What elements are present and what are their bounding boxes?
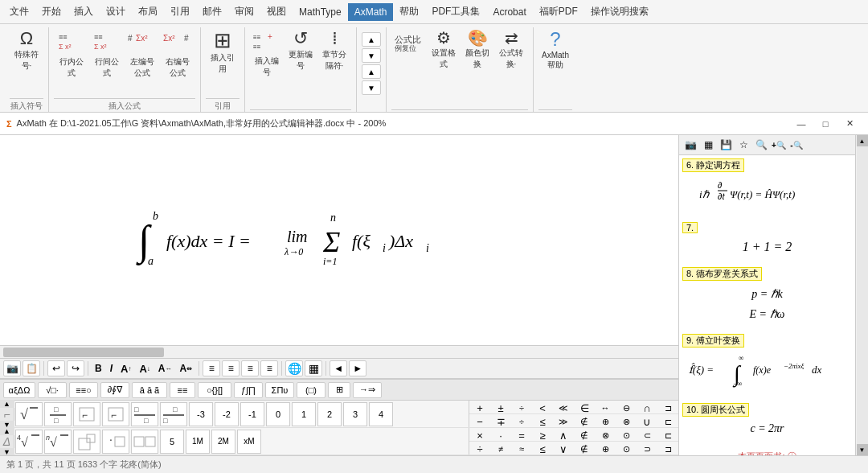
align-left-btn[interactable]: ≡ — [203, 360, 220, 376]
font-stretch-btn[interactable]: A↔ — [155, 360, 175, 376]
sqrt-btn[interactable]: √ — [15, 402, 43, 426]
num2[interactable]: 2 — [317, 402, 342, 426]
sqsupset2-sym[interactable]: ⊐ — [658, 442, 678, 455]
rp-star-btn[interactable]: ☆ — [735, 137, 751, 153]
leq-sym[interactable]: ≤ — [533, 415, 552, 428]
scroll-up-btn[interactable]: ▲ — [857, 135, 868, 146]
rp-save-btn[interactable]: 💾 — [718, 137, 734, 153]
leq2-sym[interactable]: ≤ — [533, 442, 552, 455]
template-frac3[interactable]: □□ — [160, 402, 187, 426]
num5[interactable]: 5 — [160, 430, 184, 454]
num0[interactable]: 0 — [266, 402, 290, 426]
arrow-down-button[interactable]: ▼ — [362, 48, 381, 63]
menu-acrobat[interactable]: Acrobat — [486, 3, 532, 21]
align-center-btn[interactable]: ≡ — [222, 360, 240, 376]
num-neg3[interactable]: -3 — [189, 402, 213, 426]
frac-btn[interactable]: □□ — [44, 402, 72, 426]
minus-sym[interactable]: − — [470, 415, 489, 428]
align-justify-btn[interactable]: ≡ — [260, 360, 278, 376]
clipboard-btn[interactable]: 📋 — [23, 360, 40, 376]
menu-axmath[interactable]: AxMath — [348, 3, 394, 21]
arrow-up2-button[interactable]: ▲ — [362, 64, 381, 79]
axmath-help-button[interactable]: ? AxMath帮助 — [538, 27, 572, 73]
redo-btn[interactable]: ↪ — [67, 360, 84, 376]
insert-citation-button[interactable]: ⊞ 插入引用 — [206, 27, 240, 77]
template3[interactable]: ⌐ — [73, 402, 100, 426]
menu-mail[interactable]: 邮件 — [196, 2, 228, 22]
divdot-sym[interactable]: ÷ — [512, 401, 531, 415]
rp-grid-btn[interactable]: ▦ — [700, 137, 716, 153]
font-compress-btn[interactable]: A⇔ — [176, 360, 195, 376]
row2-scroll-down[interactable]: ▼ — [0, 448, 14, 456]
num4[interactable]: 4 — [369, 402, 393, 426]
leftrightarrow-sym[interactable]: ↔ — [596, 401, 615, 415]
neq-sym[interactable]: ≠ — [491, 442, 510, 455]
paren-symbols-btn[interactable]: (□) — [297, 382, 326, 398]
font-larger-btn[interactable]: A↑ — [117, 360, 134, 376]
plusminus-sym[interactable]: ± — [491, 401, 510, 415]
template-frac2[interactable]: □□ — [131, 402, 158, 426]
menu-help[interactable]: 帮助 — [393, 2, 425, 22]
bold-btn[interactable]: B — [92, 360, 105, 376]
integral-symbols-btn[interactable]: ƒ∫∏ — [234, 382, 263, 398]
template-superscript[interactable] — [73, 430, 100, 454]
insert-number-button[interactable]: ≡≡ + ≡≡ 插入编号 — [250, 27, 284, 80]
cdot-sym[interactable]: · — [491, 429, 510, 442]
equiv2-symbols-btn[interactable]: ≡≡ — [170, 382, 195, 398]
supset-sym[interactable]: ⊃ — [637, 442, 657, 455]
right-numbered-formula-button[interactable]: Σx² # 右编号公式 — [160, 27, 195, 81]
sqrt-symbols-btn[interactable]: √□· — [38, 382, 67, 398]
alpha-symbols-btn[interactable]: αξΔΩ — [3, 382, 35, 398]
template4[interactable]: ⌐ — [102, 402, 129, 426]
menu-pdf-tools[interactable]: PDF工具集 — [425, 2, 486, 22]
otimes-sym[interactable]: ⊗ — [616, 415, 636, 428]
italic-btn[interactable]: I — [107, 360, 116, 376]
sqsupset-sym[interactable]: ⊐ — [658, 401, 678, 415]
approx-sym[interactable]: ≈ — [512, 442, 531, 455]
in-sym[interactable]: ∈ — [575, 401, 594, 415]
grid-btn[interactable]: ▦ — [305, 360, 322, 376]
menu-design[interactable]: 设计 — [100, 2, 132, 22]
left-numbered-formula-button[interactable]: # Σx² 左编号公式 — [125, 27, 160, 81]
right-panel-content[interactable]: 6. 静定调方程 iℏ ∂ ∂t Ψ(r,t) = ĤΨ(r,t) 7. 1 +… — [679, 155, 855, 455]
num2M[interactable]: 2M — [211, 430, 235, 454]
minimize-button[interactable]: — — [789, 115, 813, 133]
menu-mathtype[interactable]: MathType — [293, 3, 348, 21]
screenshot-btn[interactable]: 📷 — [3, 360, 21, 376]
plus-sym[interactable]: + — [470, 401, 489, 415]
special-symbol-button[interactable]: Ω 特殊符号· — [10, 27, 43, 74]
minusplus-sym[interactable]: ∓ — [491, 415, 510, 428]
sqsubset2-sym[interactable]: ⊏ — [658, 429, 678, 442]
set-format-button[interactable]: ⚙ 设置格式 — [427, 27, 461, 72]
ominus-sym[interactable]: ⊖ — [616, 401, 636, 415]
arrow-symbols-btn[interactable]: →⇒ — [353, 382, 382, 398]
menu-search[interactable]: 操作说明搜索 — [584, 2, 655, 22]
fourthrt-btn[interactable]: 4 √ — [15, 430, 43, 454]
ll-sym[interactable]: ≪ — [554, 401, 573, 415]
num-neg2[interactable]: -2 — [215, 402, 239, 426]
odot2-sym[interactable]: ⊙ — [616, 442, 636, 455]
rp-screenshot-btn[interactable]: 📷 — [682, 137, 698, 153]
oplus2-sym[interactable]: ⊕ — [596, 442, 615, 455]
menu-foxitpdf[interactable]: 福昕PDF — [533, 2, 584, 22]
notin-sym[interactable]: ∉ — [575, 415, 594, 428]
menu-review[interactable]: 审阅 — [228, 2, 260, 22]
num3[interactable]: 3 — [343, 402, 367, 426]
vee-sym[interactable]: ∨ — [554, 442, 573, 455]
maximize-button[interactable]: □ — [813, 115, 837, 133]
cup-sym[interactable]: ∪ — [637, 415, 657, 428]
color-switch-button[interactable]: 🎨 颜色切换 — [461, 27, 494, 72]
num1[interactable]: 1 — [292, 402, 316, 426]
template-box2[interactable] — [131, 430, 158, 454]
div-sym[interactable]: ÷ — [512, 415, 531, 428]
inline-formula-button[interactable]: ≡≡ Σ x² 行内公式 — [54, 27, 89, 81]
box-symbols-btn[interactable]: ⊞ — [328, 382, 350, 398]
notin3-sym[interactable]: ∉ — [575, 442, 594, 455]
otimes2-sym[interactable]: ⊗ — [596, 429, 615, 442]
template-dot[interactable]: · — [102, 430, 129, 454]
sqsubset-sym[interactable]: ⊏ — [658, 415, 678, 428]
formula-display-area[interactable]: ∫ a b f(x)dx = I = lim λ→0 Σ i=1 — [0, 135, 678, 345]
nthrt-btn[interactable]: n √ — [44, 430, 72, 454]
odot-sym[interactable]: ⊙ — [616, 429, 636, 442]
oplus-sym[interactable]: ⊕ — [596, 415, 615, 428]
